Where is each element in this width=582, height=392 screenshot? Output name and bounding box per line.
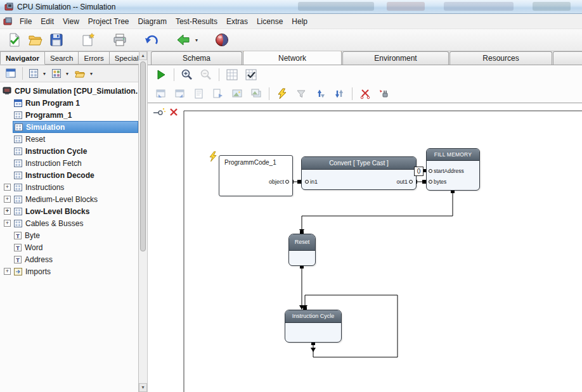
blocks-menu-icon[interactable] (27, 66, 40, 80)
open-folder-button[interactable] (26, 31, 45, 49)
filter-icon[interactable] (293, 86, 309, 101)
tree-item-project-root[interactable]: CPU Simulation [CPU_Simulation. (0, 85, 138, 97)
image-export-icon[interactable] (229, 86, 245, 101)
run-simulation-button[interactable] (153, 67, 169, 82)
print-button[interactable] (110, 31, 129, 49)
tree-item-medium-level-blocks[interactable]: + Medium-Level Blocks (0, 193, 138, 205)
move-up-down-icon[interactable] (312, 86, 328, 101)
tab-navigator[interactable]: Navigator (0, 51, 45, 65)
unplug-icon[interactable] (376, 86, 392, 101)
tree-item-address[interactable]: T Address (0, 253, 138, 265)
page-view-icon[interactable] (191, 86, 207, 101)
tree-item-imports[interactable]: + Imports (0, 265, 138, 277)
tree-item-byte[interactable]: T Byte (0, 229, 138, 241)
views-menu-dropdown[interactable]: ▾ (64, 71, 70, 77)
menu-help[interactable]: Help (287, 15, 312, 28)
navigator-scrollbar[interactable]: ▴ ▾ (139, 51, 148, 392)
tree-item-instruction-cycle[interactable]: Instruction Cycle (0, 145, 138, 157)
undo-button[interactable] (142, 31, 161, 49)
diagram-icon (14, 136, 22, 143)
tree-expander[interactable]: + (4, 196, 11, 203)
tree-item-reset[interactable]: Reset (0, 133, 138, 145)
tree-item-instructions[interactable]: + Instructions (0, 181, 138, 193)
titlebar-glass-artifact (387, 2, 425, 11)
menu-test-results[interactable]: Test-Results (171, 15, 222, 28)
block-instruction-cycle[interactable]: Instruction Cycle (285, 310, 342, 343)
tree-item-label: Word (25, 243, 42, 252)
block-reset[interactable]: Reset (288, 234, 316, 266)
tree-item-programm-1[interactable]: Programm_1 (0, 109, 138, 121)
tree-item-label: Instruction Decode (25, 171, 94, 180)
menu-view[interactable]: View (58, 15, 84, 28)
tree-expander[interactable]: + (4, 220, 11, 227)
port-start-address[interactable]: startAddress (429, 168, 464, 174)
tab-network[interactable]: Network (243, 51, 342, 65)
tab-schema[interactable]: Schema (151, 51, 242, 65)
menu-project-tree[interactable]: Project Tree (84, 15, 134, 28)
tab-search[interactable]: Search (45, 51, 79, 65)
tree-expander[interactable]: + (4, 268, 11, 275)
zoom-out-icon[interactable] (198, 67, 214, 82)
tree-item-low-level-blocks[interactable]: + Low-Level Blocks (0, 205, 138, 217)
tree-item-run-program-1[interactable]: Run Program 1 (0, 97, 138, 109)
menu-license[interactable]: License (252, 15, 287, 28)
port-object[interactable]: object (269, 179, 289, 185)
tab-errors[interactable]: Errors (79, 51, 109, 65)
tab-resources[interactable]: Resources (449, 51, 552, 65)
folders-menu-dropdown[interactable]: ▾ (88, 71, 94, 77)
navigator-view-icon[interactable] (4, 66, 18, 80)
import-diagram-icon[interactable] (172, 86, 188, 101)
new-document-check-button[interactable] (5, 31, 24, 49)
save-button[interactable] (47, 31, 66, 49)
cut-connection-icon[interactable] (357, 86, 373, 101)
blocks-menu-dropdown[interactable]: ▾ (41, 71, 48, 77)
menu-edit[interactable]: Edit (36, 15, 58, 28)
tree-item-cables-busses[interactable]: + Cables & Busses (0, 217, 138, 229)
param-value-box[interactable]: 0 (414, 167, 424, 176)
port-bytes[interactable]: bytes (429, 179, 446, 185)
copy-image-icon[interactable] (248, 86, 264, 101)
scroll-down-button[interactable]: ▾ (139, 383, 147, 392)
grid-icon[interactable] (224, 67, 240, 82)
block-fill-memory[interactable]: FILL MEMORY startAddress bytes (426, 148, 480, 191)
block-programmcode-1[interactable]: ProgrammCode_1 object (219, 155, 293, 196)
tree-item-instruction-decode[interactable]: Instruction Decode (0, 169, 138, 181)
scroll-up-button[interactable]: ▴ (139, 51, 147, 60)
tree-item-simulation[interactable]: Simulation (13, 121, 138, 133)
tree-expander[interactable]: + (4, 208, 11, 215)
export-file-icon[interactable] (210, 86, 226, 101)
port-out1[interactable]: out1 (396, 179, 413, 185)
run-sphere-button[interactable] (212, 31, 231, 49)
folders-menu-icon[interactable] (73, 66, 87, 80)
navigate-back-button[interactable] (174, 31, 193, 49)
tree-item-word[interactable]: T Word (0, 241, 138, 253)
tab-environment[interactable]: Environment (342, 51, 449, 65)
export-diagram-icon[interactable] (153, 86, 169, 101)
menu-file[interactable]: File (15, 15, 36, 28)
app-icon[interactable] (4, 2, 14, 12)
document-icon[interactable] (3, 16, 13, 27)
menu-extras[interactable]: Extras (222, 15, 252, 28)
views-menu-icon[interactable] (50, 66, 63, 80)
block-convert-type-cast[interactable]: Convert [ Type Cast ] in1 out1 (301, 156, 417, 190)
flash-icon[interactable] (274, 86, 290, 101)
port-in1[interactable]: in1 (305, 179, 318, 185)
zoom-in-icon[interactable] (179, 67, 195, 82)
tree-expander[interactable]: + (4, 184, 11, 191)
titlebar[interactable]: CPU Simulation -- Simulation (0, 0, 582, 14)
new-window-button[interactable] (79, 31, 98, 49)
diagram-icon (14, 196, 22, 203)
diagram-icon (14, 220, 22, 227)
scrollbar-thumb[interactable] (140, 61, 146, 251)
swap-vertical-icon[interactable] (331, 86, 347, 101)
diagram-canvas[interactable]: ProgrammCode_1 object Convert [ Type Cas… (148, 103, 582, 392)
tab-partial[interactable] (553, 51, 582, 65)
window-title: CPU Simulation -- Simulation (17, 3, 115, 11)
diagram-icon (14, 148, 22, 155)
navigate-back-dropdown[interactable]: ▾ (193, 37, 200, 43)
block-label: ProgrammCode_1 (219, 156, 292, 166)
snap-to-grid-icon[interactable] (243, 67, 259, 82)
tree-item-instruction-fetch[interactable]: Instruction Fetch (0, 157, 138, 169)
diagram-icon (14, 184, 22, 191)
menu-diagram[interactable]: Diagram (134, 15, 171, 28)
